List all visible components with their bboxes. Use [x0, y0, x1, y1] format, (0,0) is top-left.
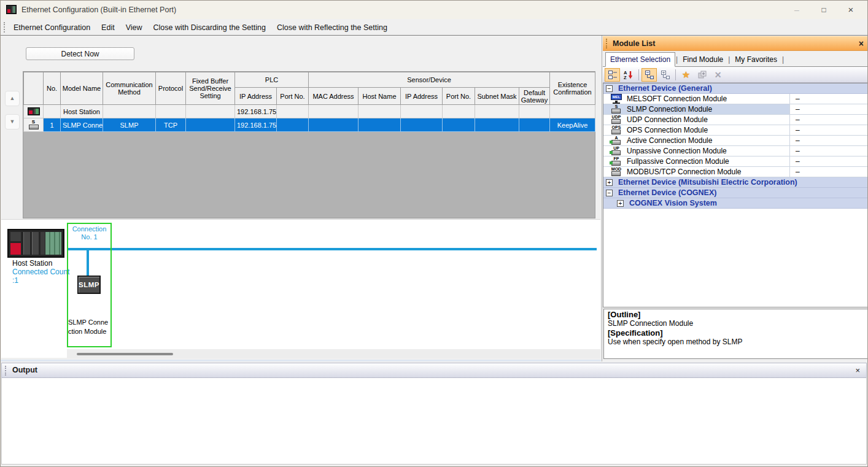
horizontal-scrollbar[interactable] — [67, 349, 600, 358]
scrollbar-thumb[interactable] — [77, 353, 173, 355]
tab-find-module[interactable]: Find Module — [678, 53, 727, 66]
cell-empty-11[interactable] — [475, 118, 519, 132]
minimize-button-icon[interactable]: – — [785, 1, 808, 19]
tree-item-udp-connection-module[interactable]: UDPUDP Connection Module– — [603, 115, 868, 125]
cell-empty-8[interactable] — [358, 118, 401, 132]
tree-item-value: – — [789, 146, 868, 156]
outline-header: [Outline] — [608, 310, 864, 319]
cell-keepalive-13[interactable]: KeepAlive — [550, 118, 595, 132]
menu-close-with-discarding-the-setting[interactable]: Close with Discarding the Setting — [148, 20, 271, 35]
maximize-button-icon[interactable]: □ — [812, 1, 835, 19]
cell-host-station-1[interactable]: Host Station — [61, 105, 103, 118]
title-bar: Ethernet Configuration (Built-in Etherne… — [1, 1, 867, 19]
connection-table-zone: No.Model NameCommunication MethodProtoco… — [23, 71, 595, 218]
cell-empty-4[interactable] — [186, 105, 235, 118]
cell-empty-13[interactable] — [550, 105, 595, 118]
output-close-icon[interactable]: × — [855, 363, 860, 377]
tree-item-slmp-connection-module[interactable]: SSLMP Connection Module– — [603, 104, 868, 115]
cell-empty-3[interactable] — [156, 105, 186, 118]
ethernet-configuration-window: Ethernet Configuration (Built-in Etherne… — [0, 0, 868, 467]
menu-edit[interactable]: Edit — [96, 20, 120, 35]
cell-slmp-2[interactable]: SLMP — [103, 118, 156, 132]
host-station-image[interactable] — [7, 229, 64, 258]
column-header-fixed-buffer-send-receive-setting: Fixed Buffer Send/Receive Setting — [186, 72, 235, 105]
plc-subheader-port-no: Port No. — [277, 88, 309, 105]
cell-slmp-connec-1[interactable]: SLMP Connec — [61, 118, 103, 132]
cell-192-168-1-75-5[interactable]: 192.168.1.75 — [235, 118, 277, 132]
collapse-icon[interactable]: − — [606, 85, 613, 92]
tab-ethernet-selection[interactable]: Ethernet Selection — [605, 52, 675, 67]
cell-empty-8[interactable] — [358, 105, 401, 118]
tree-group-ethernet-device-general[interactable]: −Ethernet Device (General) — [603, 83, 868, 94]
close-button-icon[interactable]: × — [839, 1, 862, 19]
specification-text: Use when specify open method by SLMP — [608, 338, 864, 347]
cell-empty-11[interactable] — [475, 105, 519, 118]
toolbar-separator — [638, 69, 639, 80]
tree-item-label: UDP Connection Module — [627, 115, 708, 125]
tree-item-modbus-tcp-connection-module[interactable]: MODMODBUS/TCP Connection Module– — [603, 167, 868, 177]
expand-icon[interactable]: + — [606, 179, 613, 186]
tree-item-value: – — [789, 156, 868, 166]
column-header-icon — [24, 72, 44, 105]
tree-group-ethernet-device-cognex[interactable]: −Ethernet Device (COGNEX) — [603, 188, 868, 198]
tree-group-cognex-vision-system[interactable]: +COGNEX Vision System — [603, 198, 868, 209]
sort-az-icon[interactable]: AZ — [621, 68, 636, 82]
module-tree: −Ethernet Device (General)MELMELSOFT Con… — [603, 83, 868, 307]
column-header-existence-confirmation: Existence Confirmation — [550, 72, 595, 105]
tree-item-value: – — [789, 125, 868, 135]
sensor-subheader-host-name: Host Name — [358, 88, 401, 105]
cell-1-0[interactable]: 1 — [44, 118, 61, 132]
expand-icon[interactable]: + — [617, 200, 624, 207]
cell-empty-6[interactable] — [277, 118, 309, 132]
collapse-icon[interactable]: − — [606, 190, 613, 196]
output-log-area — [1, 378, 867, 465]
move-up-button[interactable]: ▲ — [5, 91, 20, 106]
delete-icon: ✕ — [710, 68, 726, 82]
tree-group-ethernet-device-mitsubishi-electric-corporation[interactable]: +Ethernet Device (Mitsubishi Electric Co… — [603, 177, 868, 188]
tree-group-label: Ethernet Device (COGNEX) — [618, 188, 716, 197]
cell-empty-0[interactable] — [44, 105, 61, 118]
cell-empty-4[interactable] — [186, 118, 235, 132]
menu-ethernet-configuration[interactable]: Ethernet Configuration — [8, 20, 96, 35]
cell-empty-2[interactable] — [103, 105, 156, 118]
module-description-box: [Outline] SLMP Connection Module [Specif… — [603, 309, 868, 359]
cell-empty-10[interactable] — [443, 105, 475, 118]
tree-item-fullpassive-connection-module[interactable]: FPFullpassive Connection Module– — [603, 156, 868, 167]
favorites-star-icon[interactable]: ★ — [678, 68, 694, 82]
move-down-button[interactable]: ▼ — [5, 114, 20, 129]
cell-empty-10[interactable] — [443, 118, 475, 132]
main-area: Detect Now ▲ ▼ No.Model NameCommunicatio… — [1, 36, 868, 361]
cell-tcp-3[interactable]: TCP — [156, 118, 186, 132]
tree-group-label: Ethernet Device (Mitsubishi Electric Cor… — [618, 178, 797, 187]
menu-bar: Ethernet ConfigurationEditViewClose with… — [1, 19, 867, 36]
tree-item-ops-connection-module[interactable]: OPSOPS Connection Module– — [603, 125, 868, 136]
detect-now-button[interactable]: Detect Now — [26, 47, 134, 60]
collapse-tree-icon[interactable] — [657, 68, 673, 82]
tree-item-active-connection-module[interactable]: AActive Connection Module– — [603, 136, 868, 146]
host-station-label: Host Station — [12, 259, 52, 268]
expand-tree-icon[interactable] — [641, 68, 657, 82]
cell-empty-12[interactable] — [519, 105, 550, 118]
display-organized-icon[interactable] — [605, 68, 620, 82]
connection-drop-line — [87, 250, 89, 276]
cell-empty-9[interactable] — [401, 105, 443, 118]
cell-empty-12[interactable] — [519, 118, 550, 132]
cell-192-168-1-75-5[interactable]: 192.168.1.75 — [235, 105, 277, 118]
cell-empty-7[interactable] — [309, 118, 358, 132]
cell-empty-7[interactable] — [309, 105, 358, 118]
cell-empty-9[interactable] — [401, 118, 443, 132]
tree-item-label: MELSOFT Connection Module — [627, 94, 727, 104]
tab-my-favorites[interactable]: My Favorites — [730, 53, 781, 66]
output-title: Output — [12, 363, 37, 377]
menu-grip-icon — [4, 22, 6, 33]
menu-view[interactable]: View — [120, 20, 148, 35]
tree-item-label: Fullpassive Connection Module — [627, 156, 729, 167]
slmp-module-node[interactable]: SLMP — [77, 276, 101, 294]
table-row-host-station[interactable]: Host Station192.168.1.75 — [24, 105, 595, 118]
cell-empty-6[interactable] — [277, 105, 309, 118]
table-row-slmp-connec[interactable]: S1SLMP ConnecSLMPTCP192.168.1.75KeepAliv… — [24, 118, 595, 132]
tree-item-unpassive-connection-module[interactable]: UPUnpassive Connection Module– — [603, 146, 868, 156]
module-list-close-icon[interactable]: × — [859, 36, 864, 51]
menu-close-with-reflecting-the-setting[interactable]: Close with Reflecting the Setting — [271, 20, 393, 35]
tree-item-melsoft-connection-module[interactable]: MELMELSOFT Connection Module– — [603, 94, 868, 104]
